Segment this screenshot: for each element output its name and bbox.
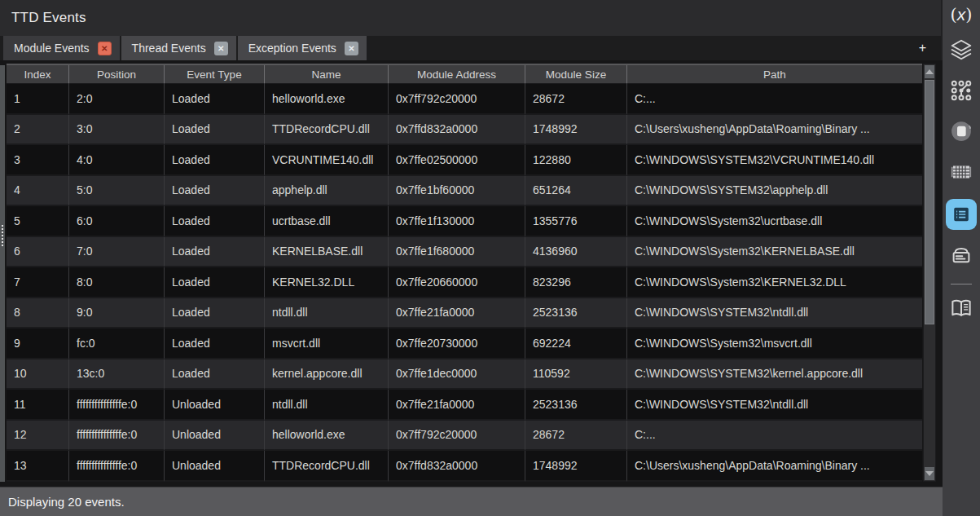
table-cell: 7:0 — [69, 237, 165, 268]
tab-module-events[interactable]: Module Events✕ — [3, 36, 120, 60]
tab-thread-events[interactable]: Thread Events✕ — [121, 36, 236, 60]
sidebar-button-layers-icon[interactable] — [947, 36, 976, 64]
triangle-down-icon — [925, 471, 934, 476]
table-cell: fffffffffffffffe:0 — [69, 451, 165, 482]
table-cell: 5 — [7, 206, 69, 237]
table-row[interactable]: 45:0Loadedapphelp.dll0x7ffe1bf6000065126… — [7, 176, 922, 207]
table-cell: Loaded — [165, 329, 265, 359]
table-row[interactable]: 1013c:0Loadedkernel.appcore.dll0x7ffe1de… — [7, 359, 922, 390]
table-row[interactable]: 78:0LoadedKERNEL32.DLL0x7ffe206600008232… — [7, 267, 922, 298]
pane-splitter[interactable] — [0, 65, 5, 482]
table-cell: kernel.appcore.dll — [265, 359, 389, 390]
sidebar-button-memory-grid-icon[interactable] — [947, 158, 976, 186]
table-cell: fffffffffffffffe:0 — [69, 390, 165, 421]
table-cell: Loaded — [165, 267, 265, 298]
table-cell: ucrtbase.dll — [265, 206, 389, 237]
table-cell: 0x7ff792c20000 — [389, 84, 525, 115]
sidebar-button-event-list-icon[interactable] — [946, 199, 977, 230]
table-cell: C:\WINDOWS\System32\KERNEL32.DLL — [627, 267, 922, 298]
table-cell: apphelp.dll — [265, 176, 389, 207]
table-cell: 122880 — [525, 145, 627, 176]
table-cell: msvcrt.dll — [265, 329, 389, 359]
table-cell: KERNELBASE.dll — [265, 237, 389, 268]
column-header-position[interactable]: Position — [69, 65, 165, 84]
table-cell: fffffffffffffffe:0 — [69, 421, 165, 452]
table-cell: Unloaded — [165, 451, 265, 482]
table-row[interactable]: 9fc:0Loadedmsvcrt.dll0x7ffe2073000069222… — [7, 329, 922, 359]
scrollbar-thumb[interactable] — [925, 80, 934, 324]
table-cell: C:\WINDOWS\SYSTEM32\VCRUNTIME140.dll — [627, 145, 922, 176]
tab-close-icon[interactable]: ✕ — [214, 42, 228, 55]
vertical-scrollbar[interactable] — [923, 64, 936, 482]
page-title: TTD Events — [11, 10, 86, 26]
sidebar-button-donut-icon[interactable] — [947, 117, 976, 145]
tab-close-icon[interactable]: ✕ — [98, 42, 112, 55]
tab-close-icon[interactable]: ✕ — [345, 42, 358, 55]
table-row[interactable]: 12fffffffffffffffe:0Unloadedhelloworld.e… — [7, 421, 922, 452]
ttd-events-window: TTD Events Module Events✕Thread Events✕E… — [0, 0, 980, 516]
column-header-event-type[interactable]: Event Type — [165, 65, 265, 84]
table-row[interactable]: 11fffffffffffffffe:0Unloadedntdll.dll0x7… — [7, 390, 922, 421]
table-cell: Loaded — [165, 237, 265, 268]
table-cell: 4136960 — [525, 237, 627, 268]
table-cell: Loaded — [165, 206, 265, 237]
table-cell: 1748992 — [525, 451, 627, 482]
table-cell: KERNEL32.DLL — [265, 267, 389, 298]
tab-label: Exception Events — [248, 42, 336, 55]
table-cell: Loaded — [165, 176, 265, 207]
table-cell: ntdll.dll — [265, 298, 389, 329]
donut-icon — [949, 119, 973, 143]
table-cell: 8:0 — [69, 267, 165, 298]
table-cell: 651264 — [525, 176, 627, 207]
sidebar-divider — [951, 284, 972, 284]
table-cell: 1748992 — [525, 115, 627, 146]
column-header-name[interactable]: Name — [265, 65, 389, 84]
triangle-up-icon — [925, 69, 934, 74]
title-bar: TTD Events — [0, 0, 941, 36]
table-cell: 6 — [7, 237, 69, 268]
dots-graph-icon — [949, 78, 973, 103]
table-row[interactable]: 23:0LoadedTTDRecordCPU.dll0x7ffd832a0000… — [7, 115, 922, 146]
sidebar-button-book-icon[interactable] — [947, 294, 976, 322]
table-cell: 10 — [7, 359, 69, 390]
table-cell: 9:0 — [69, 298, 165, 329]
scroll-up-button[interactable] — [925, 65, 934, 78]
sidebar-button-dots-graph-icon[interactable] — [947, 77, 976, 104]
table-cell: helloworld.exe — [265, 84, 389, 115]
binary-ninja-logo: (x) — [951, 5, 973, 24]
tab-exception-events[interactable]: Exception Events✕ — [238, 36, 367, 60]
table-cell: 4:0 — [69, 145, 165, 176]
column-header-module-address[interactable]: Module Address — [389, 65, 525, 84]
table-cell: 0x7ffe20660000 — [389, 267, 525, 298]
table-cell: 0x7ffe1bf60000 — [389, 176, 525, 207]
table-row[interactable]: 12:0Loadedhelloworld.exe0x7ff792c2000028… — [7, 84, 922, 115]
table-header-row: IndexPositionEvent TypeNameModule Addres… — [7, 65, 922, 84]
table-cell: 5:0 — [69, 176, 165, 207]
table-cell: 0x7ffe1f130000 — [389, 206, 525, 237]
table-cell: Loaded — [165, 84, 265, 115]
sidebar-button-console-drawer-icon[interactable] — [947, 241, 976, 269]
add-tab-button[interactable]: + — [916, 40, 929, 56]
table-cell: Loaded — [165, 115, 265, 146]
table-cell: Loaded — [165, 359, 265, 390]
table-row[interactable]: 89:0Loadedntdll.dll0x7ffe21fa00002523136… — [7, 298, 922, 329]
table-cell: 9 — [7, 329, 69, 359]
scroll-down-button[interactable] — [925, 467, 934, 480]
column-header-module-size[interactable]: Module Size — [525, 65, 627, 84]
table-cell: C:\WINDOWS\SYSTEM32\kernel.appcore.dll — [627, 359, 922, 390]
table-row[interactable]: 34:0LoadedVCRUNTIME140.dll0x7ffe02500000… — [7, 145, 922, 176]
table-cell: C:... — [627, 421, 922, 452]
table-row[interactable]: 56:0Loadeducrtbase.dll0x7ffe1f1300001355… — [7, 206, 922, 237]
column-header-index[interactable]: Index — [7, 65, 69, 84]
column-header-path[interactable]: Path — [627, 65, 922, 84]
table-cell: 11 — [7, 390, 69, 421]
table-area: IndexPositionEvent TypeNameModule Addres… — [0, 60, 943, 487]
table-row[interactable]: 13fffffffffffffffe:0UnloadedTTDRecordCPU… — [7, 451, 922, 482]
event-list-icon — [950, 203, 973, 226]
table-cell: 0x7ffe02500000 — [389, 145, 525, 176]
tab-label: Module Events — [14, 42, 90, 55]
table-row[interactable]: 67:0LoadedKERNELBASE.dll0x7ffe1f68000041… — [7, 237, 922, 268]
table-cell: C:\WINDOWS\System32\msvcrt.dll — [627, 329, 922, 359]
table-cell: 0x7ffd832a0000 — [389, 115, 525, 146]
table-cell: 12 — [7, 421, 69, 452]
